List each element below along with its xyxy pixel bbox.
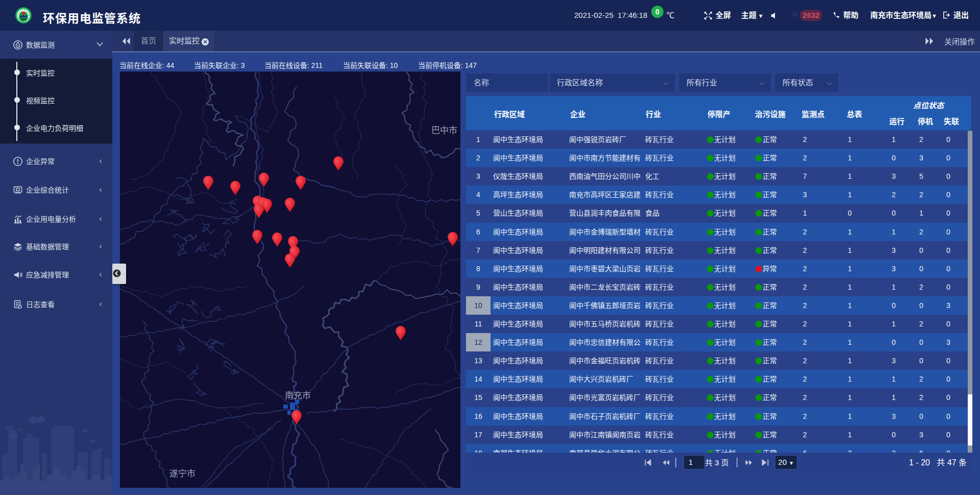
- svg-text:巴中市: 巴中市: [431, 126, 457, 135]
- svg-text:南充市: 南充市: [285, 391, 311, 400]
- svg-text:遂宁市: 遂宁市: [169, 469, 195, 479]
